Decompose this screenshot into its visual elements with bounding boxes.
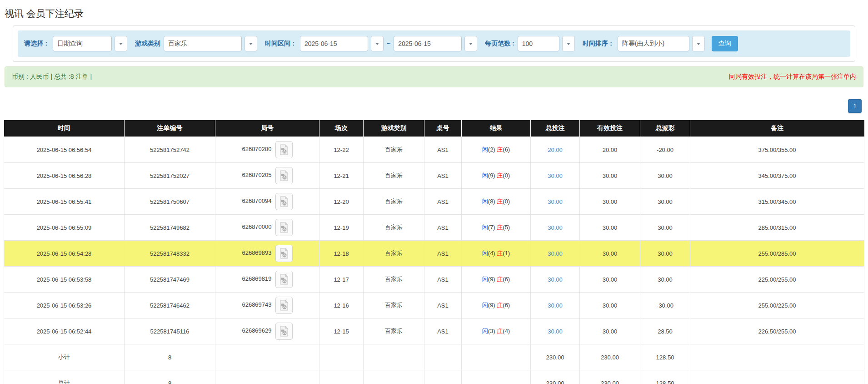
cell-game-type: 百家乐 xyxy=(364,293,424,318)
result-player-label: 闲 xyxy=(482,198,488,205)
video-replay-button[interactable] xyxy=(275,219,293,236)
cell-bet-id: 522581752027 xyxy=(125,163,215,189)
chevron-down-icon[interactable] xyxy=(692,36,705,51)
sort-order-label: 时间排序： xyxy=(583,40,614,48)
cell-table-no: AS1 xyxy=(424,267,462,293)
query-type-select[interactable] xyxy=(53,36,127,51)
chevron-down-icon[interactable] xyxy=(244,36,257,51)
cell-table-no: AS1 xyxy=(424,137,462,163)
cell-table-no: AS1 xyxy=(424,241,462,267)
video-replay-button[interactable] xyxy=(275,245,293,262)
search-button[interactable]: 查询 xyxy=(712,36,738,51)
cell-total-bet: 30.00 xyxy=(531,293,580,318)
video-icon xyxy=(279,248,289,259)
per-page-input[interactable] xyxy=(518,36,559,51)
sort-order-select[interactable] xyxy=(618,36,705,51)
total-bet-link[interactable]: 30.00 xyxy=(548,328,563,335)
video-replay-button[interactable] xyxy=(275,167,293,184)
chevron-down-icon[interactable] xyxy=(371,36,384,51)
table-row: 2025-06-15 06:53:58522581747469626869819… xyxy=(4,267,864,293)
total-bet-link[interactable]: 30.00 xyxy=(548,250,563,257)
result-banker-num: (1) xyxy=(503,250,510,257)
total-bet-link[interactable]: 30.00 xyxy=(548,276,563,283)
date-to-select[interactable] xyxy=(394,36,477,51)
cell-time: 2025-06-15 06:56:54 xyxy=(4,137,125,163)
result-player-label: 闲 xyxy=(482,328,488,334)
total-bet-link[interactable]: 20.00 xyxy=(548,147,563,153)
result-player-num: (2) xyxy=(488,146,495,153)
video-icon xyxy=(279,144,289,155)
cell-valid-bet: 30.00 xyxy=(580,163,640,189)
date-from-select[interactable] xyxy=(300,36,384,51)
round-id-text: 626869893 xyxy=(242,249,271,256)
cell-game-type: 百家乐 xyxy=(364,267,424,293)
total-bet-link[interactable]: 30.00 xyxy=(548,172,563,179)
column-header-1: 时间 xyxy=(4,120,125,137)
valid-bet-note: 同局有效投注，统一计算在该局第一张注单内 xyxy=(729,73,856,81)
total-bet-link[interactable]: 30.00 xyxy=(548,224,563,231)
cell-time: 2025-06-15 06:52:44 xyxy=(4,318,125,344)
cell-time: 2025-06-15 06:54:28 xyxy=(4,241,125,267)
game-type-input[interactable] xyxy=(164,36,242,51)
cell-session: 12-16 xyxy=(319,293,364,318)
result-banker-label: 庄 xyxy=(497,276,503,283)
column-header-7: 结果 xyxy=(462,120,531,137)
total-row: 总计8230.00230.00128.50 xyxy=(4,370,864,384)
result-banker-num: (0) xyxy=(503,198,510,205)
total-row-label: 总计 xyxy=(4,370,125,384)
cell-game-type: 百家乐 xyxy=(364,318,424,344)
result-banker-label: 庄 xyxy=(497,198,503,205)
chevron-down-icon[interactable] xyxy=(464,36,477,51)
table-row: 2025-06-15 06:52:44522581745116626869629… xyxy=(4,318,864,344)
cell-result: 闲(4) 庄(1) xyxy=(462,241,531,267)
cell-result: 闲(2) 庄(6) xyxy=(462,137,531,163)
video-replay-button[interactable] xyxy=(275,193,293,210)
date-from-input[interactable] xyxy=(300,36,368,51)
table-row: 2025-06-15 06:54:28522581748332626869893… xyxy=(4,241,864,267)
cell-session: 12-22 xyxy=(319,137,364,163)
table-row: 2025-06-15 06:56:54522581752742626870280… xyxy=(4,137,864,163)
result-player-label: 闲 xyxy=(482,224,488,231)
total-bet-link[interactable]: 30.00 xyxy=(548,302,563,309)
total-row-empty xyxy=(215,370,319,384)
page-1-button[interactable]: 1 xyxy=(848,99,862,113)
total-row-total-bet: 230.00 xyxy=(531,370,580,384)
video-replay-button[interactable] xyxy=(275,297,293,314)
subtotal-row-valid-bet: 230.00 xyxy=(580,344,640,370)
sort-order-input[interactable] xyxy=(618,36,689,51)
result-player-label: 闲 xyxy=(482,302,488,308)
cell-valid-bet: 30.00 xyxy=(580,318,640,344)
cell-round-id: 626870205 xyxy=(215,163,319,189)
video-replay-button[interactable] xyxy=(275,141,293,158)
video-replay-button[interactable] xyxy=(275,323,293,340)
date-to-input[interactable] xyxy=(394,36,462,51)
cell-session: 12-20 xyxy=(319,189,364,215)
cell-payout: 30.00 xyxy=(640,215,690,241)
cell-bet-id: 522581748332 xyxy=(125,241,215,267)
cell-result: 闲(9) 庄(6) xyxy=(462,267,531,293)
game-type-select[interactable] xyxy=(164,36,257,51)
total-bet-link[interactable]: 30.00 xyxy=(548,198,563,205)
video-replay-button[interactable] xyxy=(275,271,293,288)
subtotal-row-empty xyxy=(319,344,364,370)
query-type-input[interactable] xyxy=(53,36,112,51)
cell-round-id: 626869743 xyxy=(215,293,319,318)
query-type-label: 请选择： xyxy=(24,40,50,48)
column-header-2: 注单编号 xyxy=(125,120,215,137)
chevron-down-icon[interactable] xyxy=(115,36,127,51)
video-icon xyxy=(279,222,289,233)
result-player-label: 闲 xyxy=(482,250,488,257)
chevron-down-icon[interactable] xyxy=(562,36,575,51)
result-banker-label: 庄 xyxy=(497,224,503,231)
cell-payout: -20.00 xyxy=(640,137,690,163)
cell-session: 12-18 xyxy=(319,241,364,267)
total-row-empty xyxy=(364,370,424,384)
cell-table-no: AS1 xyxy=(424,293,462,318)
per-page-select[interactable] xyxy=(518,36,575,51)
subtotal-row-empty xyxy=(424,344,462,370)
cell-remark: 226.50/255.00 xyxy=(690,318,864,344)
subtotal-row-empty xyxy=(364,344,424,370)
cell-valid-bet: 30.00 xyxy=(580,241,640,267)
total-row-count: 8 xyxy=(125,370,215,384)
result-banker-label: 庄 xyxy=(497,146,503,153)
